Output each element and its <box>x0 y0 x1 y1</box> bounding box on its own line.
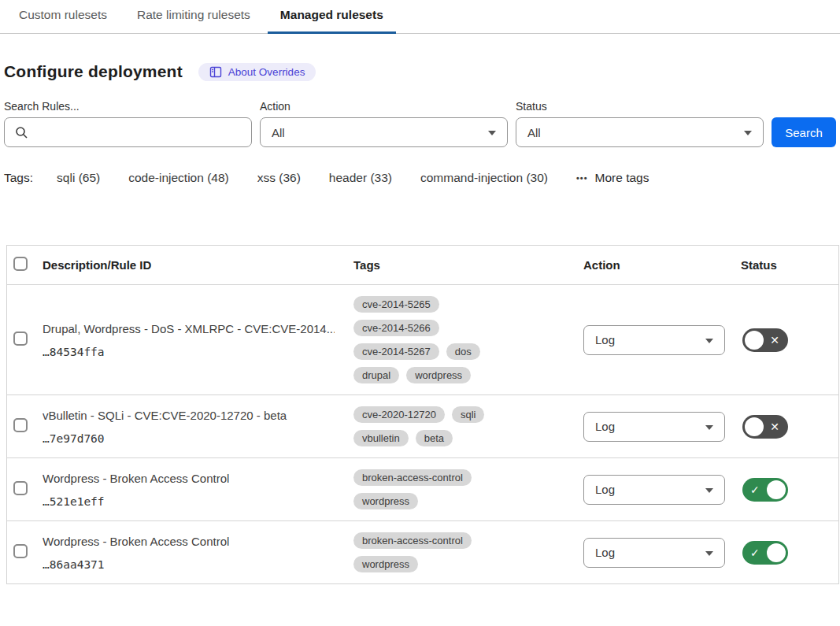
row-checkbox[interactable] <box>13 418 28 432</box>
page-title: Configure deployment <box>4 62 183 81</box>
column-header-tags: Tags <box>353 258 583 272</box>
chevron-down-icon <box>705 339 713 343</box>
book-icon <box>209 66 222 78</box>
toggle-knob <box>767 480 786 499</box>
table-row: Wordpress - Broken Access Control …521e1… <box>7 458 838 521</box>
action-filter-label: Action <box>260 100 508 113</box>
search-rules-label: Search Rules... <box>4 100 252 113</box>
tag-pill: vbulletin <box>353 430 409 446</box>
tab-custom-rulesets[interactable]: Custom rulesets <box>6 0 120 34</box>
tag-link-xss[interactable]: xss (36) <box>257 171 301 185</box>
tag-pill: drupal <box>353 367 399 383</box>
more-tags-label: More tags <box>595 171 649 185</box>
rule-id: …84534ffa <box>43 346 335 358</box>
status-toggle[interactable]: ✓ <box>742 478 788 502</box>
rule-action-value: Log <box>595 546 615 559</box>
rule-description: Wordpress - Broken Access Control <box>43 472 335 485</box>
check-icon: ✓ <box>750 484 760 495</box>
rule-id: …7e97d760 <box>43 432 335 445</box>
chevron-down-icon <box>705 488 713 493</box>
tag-pill: cve-2014-5265 <box>353 296 439 313</box>
toggle-knob <box>745 417 764 436</box>
rule-tags: cve-2014-5265cve-2014-5266cve-2014-5267d… <box>353 285 564 394</box>
rule-tags: cve-2020-12720sqlivbulletinbeta <box>353 395 564 457</box>
rule-action-value: Log <box>595 333 615 346</box>
row-checkbox[interactable] <box>13 481 28 495</box>
table-row: Wordpress - Broken Access Control …86aa4… <box>7 521 838 584</box>
rule-action-select[interactable]: Log <box>583 412 725 442</box>
table-row: Drupal, Wordpress - DoS - XMLRPC - CVE:C… <box>7 285 838 395</box>
tag-pill: wordpress <box>406 367 471 383</box>
tag-pill: cve-2014-5266 <box>353 320 439 336</box>
chevron-down-icon <box>488 131 496 135</box>
rule-tags: broken-access-controlwordpress <box>353 521 564 583</box>
status-filter-value: All <box>527 126 541 139</box>
tab-rate-limiting-rulesets[interactable]: Rate limiting rulesets <box>124 0 263 34</box>
tag-link-code-injection[interactable]: code-injection (48) <box>128 171 229 185</box>
chevron-down-icon <box>705 551 713 556</box>
tag-link-command-injection[interactable]: command-injection (30) <box>420 171 548 185</box>
toggle-knob <box>767 543 786 562</box>
chevron-down-icon <box>705 425 713 430</box>
tag-pill: beta <box>416 430 453 446</box>
about-overrides-link[interactable]: About Overrides <box>198 63 316 81</box>
toggle-knob <box>745 331 764 350</box>
tag-pill: dos <box>446 343 480 360</box>
search-input-wrap <box>4 117 252 147</box>
rules-table: Description/Rule ID Tags Action Status D… <box>6 245 839 584</box>
rule-action-select[interactable]: Log <box>583 325 725 355</box>
check-icon: ✓ <box>750 547 760 558</box>
about-overrides-label: About Overrides <box>228 66 305 78</box>
rule-description: Drupal, Wordpress - DoS - XMLRPC - CVE:C… <box>43 322 335 335</box>
tab-bar: Custom rulesets Rate limiting rulesets M… <box>0 0 840 34</box>
rule-action-value: Log <box>595 483 615 496</box>
select-all-checkbox[interactable] <box>13 257 28 271</box>
tag-pill: wordpress <box>353 556 418 572</box>
search-button[interactable]: Search <box>772 117 836 147</box>
status-toggle[interactable]: ✕ <box>742 328 788 352</box>
status-filter-label: Status <box>516 100 764 113</box>
row-checkbox[interactable] <box>13 544 28 558</box>
tag-pill: cve-2014-5267 <box>353 343 439 360</box>
search-rules-input[interactable] <box>5 118 251 146</box>
tag-pill: cve-2020-12720 <box>353 406 445 423</box>
column-header-status: Status <box>741 258 838 272</box>
status-filter-select[interactable]: All <box>516 117 764 147</box>
column-header-description: Description/Rule ID <box>43 258 353 272</box>
x-icon: ✕ <box>770 421 779 432</box>
action-filter-select[interactable]: All <box>260 117 508 147</box>
rule-description: Wordpress - Broken Access Control <box>43 535 335 548</box>
tag-link-sqli[interactable]: sqli (65) <box>57 171 100 185</box>
rule-action-value: Log <box>595 420 615 433</box>
rule-id: …86aa4371 <box>43 558 335 571</box>
x-icon: ✕ <box>770 335 779 346</box>
row-checkbox[interactable] <box>13 332 28 346</box>
rule-description: vBulletin - SQLi - CVE:CVE-2020-12720 - … <box>43 409 335 422</box>
status-toggle[interactable]: ✓ <box>742 541 788 565</box>
table-header-row: Description/Rule ID Tags Action Status <box>7 246 838 285</box>
rule-id: …521e1eff <box>43 495 335 508</box>
tag-pill: broken-access-control <box>353 469 472 486</box>
rule-action-select[interactable]: Log <box>583 538 725 568</box>
ellipsis-icon: ••• <box>576 174 588 183</box>
tags-label: Tags: <box>4 171 33 185</box>
action-filter-value: All <box>272 126 285 139</box>
chevron-down-icon <box>744 131 752 135</box>
column-header-action: Action <box>583 258 741 272</box>
tag-pill: wordpress <box>353 493 418 509</box>
table-row: vBulletin - SQLi - CVE:CVE-2020-12720 - … <box>7 395 838 458</box>
rule-tags: broken-access-controlwordpress <box>353 458 564 520</box>
tab-managed-rulesets[interactable]: Managed rulesets <box>268 0 396 34</box>
tag-pill: broken-access-control <box>353 532 472 549</box>
status-toggle[interactable]: ✕ <box>742 415 788 439</box>
tag-pill: sqli <box>452 406 485 423</box>
tag-link-header[interactable]: header (33) <box>329 171 392 185</box>
more-tags-button[interactable]: ••• More tags <box>576 171 649 185</box>
rule-action-select[interactable]: Log <box>583 475 725 505</box>
